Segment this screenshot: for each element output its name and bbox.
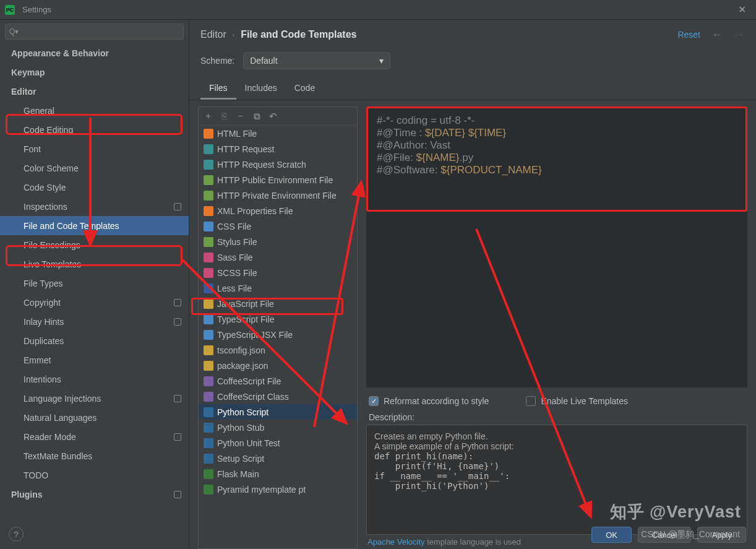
template-item[interactable]: Python Stub (199, 420, 357, 435)
template-item[interactable]: HTML File (199, 126, 357, 141)
template-item[interactable]: HTTP Request Scratch (199, 157, 357, 172)
file-type-icon (204, 423, 213, 433)
tree-item[interactable]: ›Color Scheme (0, 158, 189, 178)
template-item[interactable]: package.json (199, 358, 357, 373)
template-item[interactable]: HTTP Public Environment File (199, 172, 357, 188)
chevron-icon: › (24, 299, 25, 306)
search-input[interactable]: Q▾ (5, 24, 184, 40)
file-type-icon (204, 144, 213, 154)
template-list[interactable]: HTML FileHTTP RequestHTTP Request Scratc… (199, 126, 357, 548)
tree-item[interactable]: ⌄Editor (0, 82, 189, 101)
breadcrumb-current: File and Code Templates (241, 29, 356, 40)
file-type-icon (204, 454, 213, 464)
template-item[interactable]: Flask Main (199, 466, 357, 482)
file-type-icon (204, 392, 213, 402)
file-type-icon (204, 361, 213, 371)
tab-code[interactable]: Code (286, 78, 324, 100)
tree-item[interactable]: Font (0, 139, 189, 158)
template-item[interactable]: Setup Script (199, 451, 357, 466)
reset-link[interactable]: Reset (677, 30, 700, 40)
template-item[interactable]: XML Properties File (199, 203, 357, 218)
tree-item[interactable]: Code Editing (0, 120, 189, 139)
close-icon[interactable]: ✕ (733, 1, 751, 18)
tree-item[interactable]: Inlay Hints (0, 312, 189, 331)
template-item[interactable]: TypeScript JSX File (199, 327, 357, 342)
chevron-down-icon: ▾ (379, 56, 384, 66)
undo-icon[interactable]: ↶ (269, 111, 277, 122)
file-type-icon (204, 314, 213, 324)
tree-item[interactable]: Live Templates (0, 254, 189, 274)
tree-item[interactable]: ›Appearance & Behavior (0, 43, 189, 63)
chevron-icon: › (24, 165, 25, 171)
tree-item[interactable]: ›Natural Languages (0, 408, 189, 427)
file-type-icon (204, 299, 213, 309)
template-item[interactable]: Pyramid mytemplate pt (199, 482, 357, 497)
file-type-icon (204, 160, 213, 170)
tree-item[interactable]: ›General (0, 101, 189, 120)
template-item[interactable]: Python Script (199, 404, 357, 420)
tab-includes[interactable]: Includes (236, 78, 286, 100)
settings-tree[interactable]: ›Appearance & BehaviorKeymap⌄Editor›Gene… (0, 43, 189, 549)
template-item[interactable]: CSS File (199, 218, 357, 234)
forward-icon: → (734, 28, 745, 41)
file-type-icon (204, 345, 213, 355)
watermark: 知乎 @VeryVast (610, 501, 741, 523)
template-editor[interactable]: #-*- coding = utf-8 -*- #@Time : ${DATE}… (366, 106, 747, 212)
tree-item[interactable]: ›Emmet (0, 350, 189, 370)
file-type-icon (204, 485, 213, 495)
file-type-icon (204, 175, 213, 185)
file-type-icon (204, 206, 213, 216)
template-item[interactable]: HTTP Request (199, 141, 357, 157)
template-item[interactable]: tsconfig.json (199, 342, 357, 358)
template-item[interactable]: Python Unit Test (199, 435, 357, 451)
chevron-icon: › (13, 50, 14, 56)
copy-icon[interactable]: ⧉ (254, 111, 260, 122)
template-item[interactable]: TypeScript File (199, 311, 357, 327)
tab-files[interactable]: Files (200, 78, 236, 100)
tree-item[interactable]: File Encodings (0, 235, 189, 254)
ok-button[interactable]: OK (591, 527, 632, 543)
template-item[interactable]: CoffeeScript File (199, 373, 357, 389)
template-item[interactable]: Sass File (199, 249, 357, 265)
help-button[interactable]: ? (9, 527, 24, 542)
remove-icon[interactable]: － (236, 110, 245, 122)
scope-badge-icon (174, 318, 181, 326)
tree-item[interactable]: File Types (0, 274, 189, 293)
reformat-checkbox[interactable]: ✓ (369, 396, 379, 406)
tree-item[interactable]: File and Code Templates (0, 216, 189, 235)
file-type-icon (204, 469, 213, 479)
tree-item[interactable]: ›Code Style (0, 178, 189, 197)
scheme-label: Scheme: (200, 56, 234, 66)
template-item[interactable]: Less File (199, 280, 357, 296)
tree-item[interactable]: Inspections (0, 197, 189, 216)
file-type-icon (204, 237, 213, 247)
chevron-icon: ⌄ (13, 88, 17, 95)
scheme-select[interactable]: Default ▾ (243, 52, 390, 69)
breadcrumb-parent[interactable]: Editor (200, 29, 226, 40)
template-item[interactable]: CoffeeScript Class (199, 389, 357, 404)
add-icon[interactable]: ＋ (204, 110, 213, 122)
tree-item[interactable]: Reader Mode (0, 427, 189, 446)
tree-item[interactable]: Keymap (0, 63, 189, 82)
back-icon[interactable]: ← (711, 28, 723, 41)
chevron-icon: › (24, 357, 25, 363)
file-type-icon (204, 283, 213, 293)
scope-badge-icon (174, 433, 181, 441)
template-item[interactable]: HTTP Private Environment File (199, 188, 357, 203)
tree-item[interactable]: TextMate Bundles (0, 446, 189, 465)
template-item[interactable]: SCSS File (199, 265, 357, 280)
scope-badge-icon (174, 203, 181, 210)
copy-template-icon[interactable]: ⎘ (221, 111, 227, 121)
app-icon: PC (5, 5, 15, 15)
file-type-icon (204, 330, 213, 340)
scope-badge-icon (174, 299, 181, 306)
tree-item[interactable]: Intentions (0, 370, 189, 389)
tree-item[interactable]: Duplicates (0, 331, 189, 350)
template-item[interactable]: JavaScript File (199, 296, 357, 311)
live-templates-checkbox[interactable] (526, 396, 536, 406)
tree-item[interactable]: ›Copyright (0, 293, 189, 312)
tree-item[interactable]: Plugins (0, 485, 189, 504)
template-item[interactable]: Stylus File (199, 234, 357, 249)
tree-item[interactable]: TODO (0, 465, 189, 485)
tree-item[interactable]: Language Injections (0, 389, 189, 408)
